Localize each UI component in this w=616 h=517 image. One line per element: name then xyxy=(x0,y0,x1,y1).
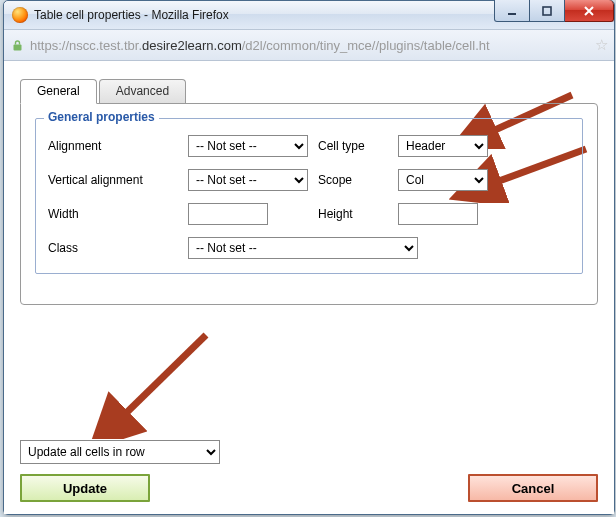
width-label: Width xyxy=(48,207,178,221)
dialog-content: General Advanced General properties Alig… xyxy=(4,61,614,514)
titlebar[interactable]: Table cell properties - Mozilla Firefox xyxy=(4,1,614,30)
tab-advanced[interactable]: Advanced xyxy=(99,79,186,103)
close-icon xyxy=(582,5,596,17)
footer-area: Update all cells in row Update Cancel xyxy=(20,440,598,502)
general-properties-fieldset: General properties Alignment -- Not set … xyxy=(35,118,583,274)
tab-advanced-label: Advanced xyxy=(116,84,169,98)
button-row: Update Cancel xyxy=(20,474,598,502)
alignment-select[interactable]: -- Not set -- xyxy=(188,135,308,157)
maximize-icon xyxy=(541,5,553,17)
tab-general-label: General xyxy=(37,84,80,98)
firefox-icon xyxy=(12,7,28,23)
class-label: Class xyxy=(48,241,178,255)
maximize-button[interactable] xyxy=(530,0,565,22)
alignment-label: Alignment xyxy=(48,139,178,153)
address-bar[interactable]: https://nscc.test.tbr.desire2learn.com/d… xyxy=(4,30,614,61)
update-button[interactable]: Update xyxy=(20,474,150,502)
general-panel: General properties Alignment -- Not set … xyxy=(20,103,598,305)
valign-select[interactable]: -- Not set -- xyxy=(188,169,308,191)
url-scheme: https:// xyxy=(30,38,69,53)
url-host: desire2learn.com xyxy=(142,38,242,53)
lock-icon xyxy=(10,38,24,52)
url-subdomain: nscc.test.tbr. xyxy=(69,38,142,53)
valign-label: Vertical alignment xyxy=(48,173,178,187)
bookmark-star-icon[interactable]: ☆ xyxy=(595,36,608,54)
celltype-label: Cell type xyxy=(318,139,388,153)
window-controls xyxy=(494,0,614,22)
minimize-icon xyxy=(506,5,518,17)
cancel-button-label: Cancel xyxy=(512,481,555,496)
class-select[interactable]: -- Not set -- xyxy=(188,237,418,259)
svg-line-5 xyxy=(118,335,206,421)
update-button-label: Update xyxy=(63,481,107,496)
window-title: Table cell properties - Mozilla Firefox xyxy=(34,8,229,22)
height-input[interactable] xyxy=(398,203,478,225)
update-scope-select[interactable]: Update all cells in row xyxy=(20,440,220,464)
fieldset-legend: General properties xyxy=(44,110,159,124)
close-button[interactable] xyxy=(565,0,614,22)
scope-label: Scope xyxy=(318,173,388,187)
url-path: /d2l/common/tiny_mce//plugins/table/cell… xyxy=(242,38,490,53)
tab-general[interactable]: General xyxy=(20,79,97,104)
tab-row: General Advanced xyxy=(20,79,598,103)
minimize-button[interactable] xyxy=(494,0,530,22)
svg-rect-0 xyxy=(508,13,516,15)
url-text: https://nscc.test.tbr.desire2learn.com/d… xyxy=(30,38,589,53)
height-label: Height xyxy=(318,207,388,221)
width-input[interactable] xyxy=(188,203,268,225)
annotation-arrow-icon xyxy=(76,329,226,439)
svg-rect-2 xyxy=(13,44,21,50)
cancel-button[interactable]: Cancel xyxy=(468,474,598,502)
celltype-select[interactable]: Header xyxy=(398,135,488,157)
properties-grid: Alignment -- Not set -- Cell type Header… xyxy=(48,135,570,259)
scope-select[interactable]: Col xyxy=(398,169,488,191)
dialog-window: Table cell properties - Mozilla Firefox … xyxy=(3,0,615,515)
svg-rect-1 xyxy=(543,7,551,15)
